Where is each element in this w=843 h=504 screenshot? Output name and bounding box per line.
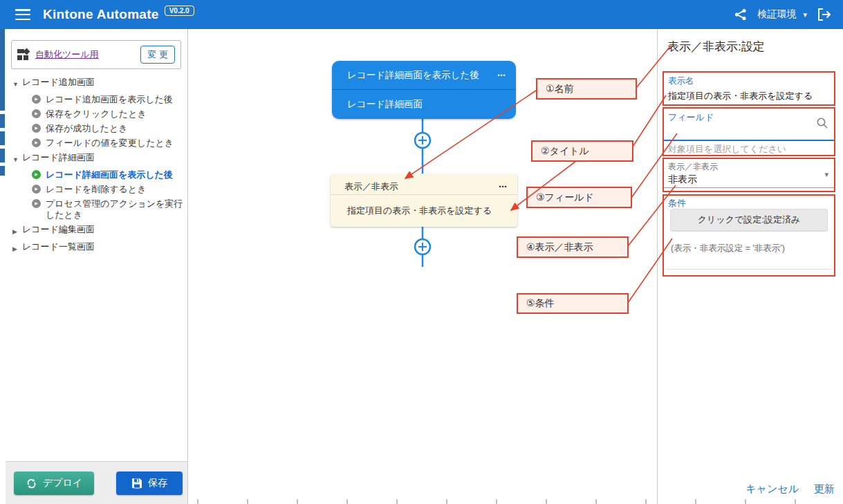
tree-item-active[interactable]: ▶ レコード詳細画面を表示した後 (6, 167, 188, 182)
chevron-down-icon[interactable]: ▾ (803, 10, 807, 19)
action-node[interactable]: 表示／非表示 ⋯ 指定項目の表示・非表示を設定する (331, 174, 517, 227)
sidebar: 自動化ツール用 変 更 ▼ レコード追加画面 ▶ レコード追加画面を表示した後 … (6, 29, 188, 504)
action-node-title: 表示／非表示 (344, 180, 398, 193)
app-link[interactable]: 自動化ツール用 (35, 48, 140, 61)
play-icon: ▶ (32, 138, 41, 147)
update-button[interactable]: 更新 (814, 483, 835, 496)
trigger-node-subtitle: レコード詳細画面 (347, 98, 423, 111)
panel-title: 表示／非表示:設定 (667, 39, 765, 55)
logout-icon[interactable] (817, 8, 832, 21)
play-icon: ▶ (32, 124, 41, 133)
annotation-title: ②タイトル (531, 140, 633, 162)
tree-item[interactable]: ▶ プロセス管理のアクションを実行したとき (6, 196, 188, 222)
save-button[interactable]: 保存 (116, 472, 183, 495)
twisty-open-icon[interactable]: ▼ (12, 77, 22, 90)
play-icon: ▶ (32, 95, 41, 104)
share-icon[interactable] (734, 8, 748, 21)
change-app-button[interactable]: 変 更 (140, 46, 175, 64)
condition-label: 条件 (668, 197, 830, 209)
visibility-value[interactable]: 非表示 (668, 174, 830, 186)
node-menu-icon[interactable]: ⋯ (499, 182, 508, 192)
condition-summary: (表示・非表示設定 = '非表示') (671, 243, 785, 254)
topbar: Kintone Automate V0.2.0 検証環境 ▾ (0, 0, 843, 29)
tree-section-record-add[interactable]: ▼ レコード追加画面 (6, 75, 188, 92)
divider (667, 269, 831, 270)
play-icon: ▶ (32, 199, 41, 208)
flow-canvas[interactable]: レコード詳細画面を表示した後 ⋯ レコード詳細画面 表示／非表示 ⋯ 指定項目の… (188, 29, 657, 504)
floppy-icon (131, 478, 142, 489)
field-selector: フィールド 対象項目を選択してください (663, 107, 835, 156)
tree-section-record-list[interactable]: ▶ レコード一覧画面 (6, 239, 188, 256)
app-title: Kintone Automate (43, 7, 159, 22)
search-icon[interactable] (816, 117, 828, 132)
visibility-underline (664, 187, 834, 188)
version-badge: V0.2.0 (165, 6, 194, 16)
twisty-closed-icon[interactable]: ▶ (12, 224, 22, 237)
visibility-label: 表示／非表示 (668, 161, 830, 173)
environment-label: 検証環境 (757, 8, 796, 21)
panel-footer: キャンセル 更新 (745, 483, 835, 496)
trigger-node[interactable]: レコード詳細画面を表示した後 ⋯ レコード詳細画面 (332, 61, 516, 119)
field-label: フィールド (668, 111, 830, 124)
tree-item[interactable]: ▶ 保存をクリックしたとき (6, 106, 188, 121)
trigger-node-title: レコード詳細画面を表示した後 (347, 69, 479, 82)
sync-icon (26, 478, 37, 489)
tree-item[interactable]: ▶ レコード追加画面を表示した後 (6, 92, 188, 106)
annotation-name: ①名前 (536, 78, 637, 100)
kintone-automate-app: Kintone Automate V0.2.0 検証環境 ▾ 自動化ツール用 変… (0, 0, 843, 504)
play-icon-active: ▶ (32, 170, 41, 179)
visibility-select[interactable]: 表示／非表示 非表示 ▾ (663, 158, 835, 192)
tree-item[interactable]: ▶ レコードを削除するとき (6, 182, 188, 196)
environment-selector[interactable]: 検証環境 (757, 8, 796, 21)
sidebar-footer: デプロイ 保存 (6, 461, 187, 504)
play-icon: ▶ (32, 109, 41, 118)
app-card: 自動化ツール用 変 更 (11, 40, 181, 69)
play-icon: ▶ (32, 185, 41, 194)
display-name-field: 表示名 指定項目の表示・非表示を設定する (663, 71, 835, 106)
condition-set-button[interactable]: クリックで設定:設定済み (670, 209, 828, 231)
app-icon (17, 48, 30, 61)
display-name-value[interactable]: 指定項目の表示・非表示を設定する (668, 90, 830, 102)
cancel-button[interactable]: キャンセル (745, 483, 799, 496)
menu-icon[interactable] (15, 9, 30, 20)
event-tree: ▼ レコード追加画面 ▶ レコード追加画面を表示した後 ▶ 保存をクリックしたと… (6, 75, 188, 256)
twisty-closed-icon[interactable]: ▶ (12, 241, 22, 254)
annotation-visibility: ④表示／非表示 (517, 236, 629, 258)
annotation-condition: ⑤条件 (517, 293, 629, 314)
display-name-label: 表示名 (668, 75, 830, 87)
node-menu-icon[interactable]: ⋯ (497, 71, 506, 80)
field-helper-text: 対象項目を選択してください (668, 143, 786, 156)
settings-panel: 表示／非表示:設定 表示名 指定項目の表示・非表示を設定する フィールド 対象項… (657, 29, 843, 504)
left-edge-strip (0, 29, 6, 504)
tree-section-record-detail[interactable]: ▼ レコード詳細画面 (6, 150, 188, 167)
twisty-open-icon[interactable]: ▼ (12, 152, 22, 165)
tree-section-record-edit[interactable]: ▶ レコード編集画面 (6, 222, 188, 239)
field-input-underline[interactable] (664, 140, 834, 141)
condition-section: 条件 クリックで設定:設定済み (表示・非表示設定 = '非表示') (663, 194, 835, 277)
deploy-button[interactable]: デプロイ (14, 472, 94, 495)
action-node-subtitle: 指定項目の表示・非表示を設定する (347, 205, 492, 217)
tree-item[interactable]: ▶ 保存が成功したとき (6, 121, 188, 136)
select-caret-icon[interactable]: ▾ (824, 170, 828, 179)
tree-item[interactable]: ▶ フィールドの値を変更したとき (6, 136, 188, 150)
annotation-field: ③フィールド (526, 187, 632, 208)
